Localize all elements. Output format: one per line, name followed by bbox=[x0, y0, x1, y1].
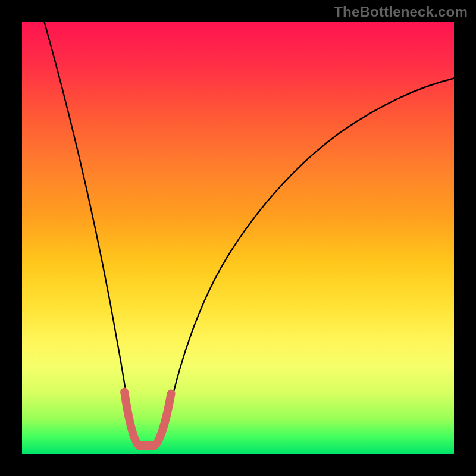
plot-area bbox=[21, 21, 455, 455]
chart-stage: TheBottleneck.com bbox=[0, 0, 476, 476]
watermark-text: TheBottleneck.com bbox=[334, 4, 468, 20]
bottleneck-curve bbox=[43, 16, 454, 447]
curve-highlight bbox=[124, 392, 171, 446]
curve-svg bbox=[22, 22, 454, 454]
